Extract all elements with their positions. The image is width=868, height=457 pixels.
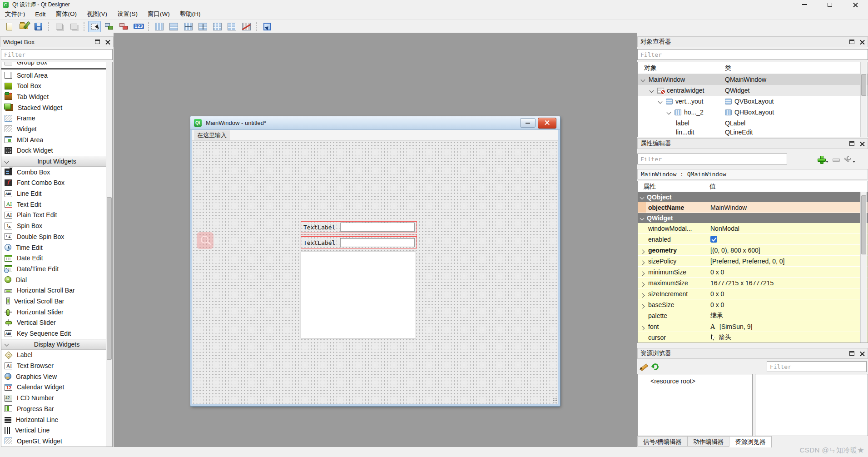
widget-item-stacked-widget[interactable]: Stacked Widget [1, 102, 112, 113]
widget-item-dock-widget[interactable]: Dock Widget [1, 145, 112, 156]
maximize-button[interactable] [817, 0, 843, 9]
object-row-ho-2[interactable]: ho..._2QHBoxLayout [638, 107, 868, 118]
property-group-qwidget[interactable]: QWidget [638, 213, 868, 223]
scrollbar-thumb[interactable] [861, 74, 866, 96]
checkbox-checked-icon[interactable] [710, 236, 717, 243]
widget-category-input-widgets[interactable]: Input Widgets [1, 156, 112, 167]
property-row-enabled[interactable]: enabled [638, 234, 868, 245]
widget-item-text-edit[interactable]: Text Edit [1, 199, 112, 210]
object-row-vert-yout[interactable]: vert...youtQVBoxLayout [638, 96, 868, 107]
form-close-button[interactable] [538, 118, 556, 129]
configure-property-editor-icon[interactable] [844, 156, 852, 163]
property-row-palette[interactable]: palette继承 [638, 310, 868, 321]
save-button[interactable] [32, 21, 45, 32]
minimize-button[interactable] [792, 0, 817, 9]
property-row-font[interactable]: font[SimSun, 9] [638, 321, 868, 332]
scrollbar-thumb[interactable] [861, 195, 866, 254]
widget-item-vertical-slider[interactable]: Vertical Slider [1, 318, 112, 328]
menu-s[interactable]: 设置(S) [112, 9, 143, 19]
widget-item-horizontal-scroll-bar[interactable]: Horizontal Scroll Bar [1, 285, 112, 296]
widget-item-spin-box[interactable]: Spin Box [1, 220, 112, 231]
menu-w[interactable]: 窗口(W) [143, 9, 175, 19]
splitter-vertical-button[interactable] [196, 21, 209, 32]
property-group-qobject[interactable]: QObject [638, 192, 868, 202]
widget-item-progress-bar[interactable]: Progress Bar [1, 403, 112, 414]
edit-widgets-button[interactable] [88, 21, 101, 32]
widget-item-vertical-scroll-bar[interactable]: Vertical Scroll Bar [1, 296, 112, 307]
hbox-layout-row-1[interactable]: TextLabel [301, 221, 417, 233]
menu-type-here[interactable]: 在这里输入 [194, 130, 230, 140]
close-panel-icon[interactable] [105, 40, 110, 45]
widget-box-scrollbar[interactable] [106, 62, 112, 447]
widget-item-graphics-view[interactable]: Graphics View [1, 371, 112, 382]
tab-[interactable]: 动作编辑器 [688, 436, 730, 447]
widget-item-date-edit[interactable]: Date Edit [1, 253, 112, 263]
widget-item-group-box[interactable]: Group Box [1, 62, 112, 68]
close-button[interactable] [843, 0, 868, 9]
remove-dynamic-property-icon[interactable] [832, 156, 839, 163]
property-row-windowmodal[interactable]: windowModal...NonModal [638, 223, 868, 234]
property-table-scrollbar[interactable] [860, 192, 867, 343]
property-value[interactable]: 继承 [707, 310, 868, 321]
close-panel-icon[interactable] [860, 351, 865, 356]
widget-category-display-widgets[interactable]: Display Widgets [1, 339, 112, 350]
property-row-objectname[interactable]: objectNameMainWindow [638, 202, 868, 213]
widget-item-label[interactable]: Label [1, 350, 112, 361]
widget-item-opengl-widget[interactable]: OpenGL Widget [1, 436, 112, 447]
object-row-centralwidget[interactable]: centralwidgetQWidget [638, 85, 868, 96]
widget-item-dial[interactable]: Dial [1, 274, 112, 285]
resource-filter-input[interactable] [767, 361, 867, 372]
property-value[interactable]: [(0, 0), 800 x 600] [707, 245, 868, 255]
property-value[interactable]: MainWindow [707, 202, 868, 213]
resize-grip-icon[interactable] [552, 398, 557, 402]
form-minimize-button[interactable] [520, 118, 536, 128]
hbox-layout-row-2[interactable]: TextLabel [301, 237, 417, 248]
property-row-cursor[interactable]: cursor箭头 [638, 332, 868, 343]
menu-h[interactable]: 帮助(H) [175, 9, 206, 19]
object-inspector-filter-input[interactable] [637, 49, 868, 60]
property-filter-input[interactable] [637, 154, 787, 164]
layout-vertical-button[interactable] [167, 21, 180, 32]
menu-v[interactable]: 视图(V) [82, 9, 112, 19]
object-row-label[interactable]: labelQLabel [638, 118, 868, 129]
widget-item-vertical-line[interactable]: Vertical Line [1, 425, 112, 436]
resource-root-item[interactable]: <resource root> [650, 378, 695, 385]
close-panel-icon[interactable] [860, 40, 865, 45]
edit-buddies-button[interactable] [117, 21, 130, 32]
widget-item-font-combo-box[interactable]: Font Combo Box [1, 178, 112, 189]
widget-item-mdi-area[interactable]: MDI Area [1, 134, 112, 145]
widget-item-frame[interactable]: Frame [1, 113, 112, 124]
resource-tree[interactable]: <resource root> [637, 374, 753, 436]
widget-item-plain-text-edit[interactable]: Plain Text Edit [1, 210, 112, 221]
widget-item-scroll-area[interactable]: Scroll Area [1, 70, 112, 81]
widget-item-date-time-edit[interactable]: Date/Time Edit [1, 263, 112, 274]
widget-item-horizontal-slider[interactable]: Horizontal Slider [1, 307, 112, 318]
form-titlebar[interactable]: Qt MainWindow - untitled* [190, 116, 560, 130]
property-row-minimumsize[interactable]: minimumSize0 x 0 [638, 267, 868, 278]
layout-grid-button[interactable] [211, 21, 223, 32]
line-edit-2[interactable] [340, 238, 415, 247]
widget-box-filter-input[interactable] [1, 49, 113, 60]
float-panel-icon[interactable] [95, 40, 100, 44]
property-value[interactable]: NonModal [707, 223, 868, 233]
property-value[interactable]: [SimSun, 9] [707, 321, 868, 332]
object-row-mainwindow[interactable]: MainWindowQMainWindow [638, 74, 868, 85]
line-edit-1[interactable] [340, 223, 415, 232]
widget-item-horizontal-line[interactable]: Horizontal Line [1, 414, 112, 425]
float-panel-icon[interactable] [849, 141, 854, 146]
property-row-sizepolicy[interactable]: sizePolicy[Preferred, Preferred, 0, 0] [638, 256, 868, 267]
widget-item-tool-box[interactable]: Tool Box [1, 80, 112, 91]
property-row-geometry[interactable]: geometry[(0, 0), 800 x 600] [638, 245, 868, 256]
property-row-basesize[interactable]: baseSize0 x 0 [638, 299, 868, 310]
property-value[interactable]: 16777215 x 16777215 [707, 278, 868, 288]
widget-item-combo-box[interactable]: Combo Box [1, 167, 112, 178]
scrollbar-thumb[interactable] [107, 197, 112, 360]
property-row-maximumsize[interactable]: maximumSize16777215 x 16777215 [638, 278, 868, 288]
widget-item-text-browser[interactable]: Text Browser [1, 360, 112, 371]
property-value[interactable]: 0 x 0 [707, 299, 868, 310]
edit-resources-icon[interactable] [638, 362, 648, 371]
property-value[interactable]: 0 x 0 [707, 267, 868, 277]
edit-signals-slots-button[interactable] [103, 21, 115, 32]
add-dynamic-property-icon[interactable] [818, 156, 825, 163]
widget-item-calendar-widget[interactable]: Calendar Widget [1, 382, 112, 393]
